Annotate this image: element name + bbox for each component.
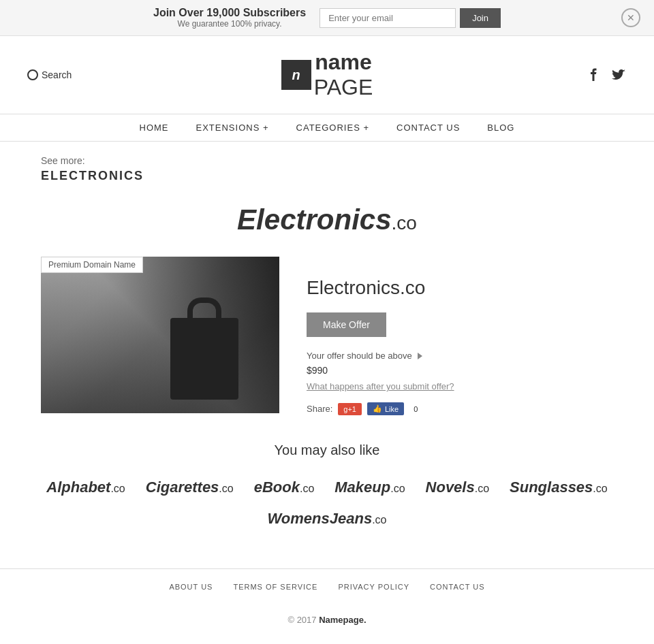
fb-thumb-icon: 👍 [373,404,382,413]
also-item-5[interactable]: Sunglasses.co [510,479,608,496]
footer-privacy[interactable]: PRIVACY POLICY [338,583,409,591]
main-nav: HOME EXTENSIONS + CATEGORIES + CONTACT U… [0,114,654,142]
also-item-0-word: Alphabet [46,479,110,496]
bag-handle [187,297,221,318]
what-happens-link[interactable]: What happens after you submit offer? [307,381,613,391]
also-item-3-word: Makeup [334,479,390,496]
domain-info: Electronics.co Make Offer Your offer sho… [307,257,613,415]
also-item-5-tld: .co [593,483,607,494]
facebook-icon[interactable] [586,67,602,83]
banner-text: Join Over 19,000 Subscribers We guarante… [153,7,306,29]
share-label: Share: [307,404,332,414]
nav-home[interactable]: HOME [140,123,169,133]
also-item-5-word: Sunglasses [510,479,593,496]
also-item-0[interactable]: Alphabet.co [46,479,125,496]
also-item-0-tld: .co [110,483,125,494]
social-icons [586,67,627,83]
domain-name-large: Electronics.co [307,277,613,299]
banner-headline: Join Over 19,000 Subscribers [153,7,306,19]
brand-link[interactable]: Namepage. [319,615,366,625]
also-item-3-tld: .co [390,483,405,494]
nav-extensions[interactable]: EXTENSIONS + [196,123,269,133]
bag-shape [170,318,238,400]
nav-blog[interactable]: BLOG [487,123,514,133]
join-button[interactable]: Join [460,8,501,28]
also-item-4-word: Novels [426,479,475,496]
footer-terms[interactable]: TERMS OF SERVICE [233,583,317,591]
main-content: See more: ELECTRONICS Electronics.co Pre… [0,142,654,541]
twitter-icon[interactable] [610,67,627,83]
banner-subtext: We guarantee 100% privacy. [153,19,306,29]
logo[interactable]: n name PAGE [281,50,373,100]
gplus-button[interactable]: g+1 [338,403,362,415]
domain-tld-hero: .co [392,212,417,234]
offer-price: $990 [307,365,613,376]
premium-badge: Premium Domain Name [41,257,143,273]
footer-about[interactable]: ABOUT US [169,583,213,591]
copyright-text: © 2017 [287,615,319,625]
offer-hint-text: Your offer should be above [307,351,412,361]
top-banner: Join Over 19,000 Subscribers We guarante… [0,0,654,36]
nav-categories[interactable]: CATEGORIES + [296,123,369,133]
facebook-like-button[interactable]: 👍 Like [367,402,404,415]
header: Search n name PAGE [0,36,654,114]
also-item-2-tld: .co [300,483,314,494]
domain-image [41,257,279,413]
also-item-1-word: Cigarettes [146,479,219,496]
nav-contact[interactable]: CONTACT US [396,123,460,133]
category-title: ELECTRONICS [41,169,613,183]
also-item-6-tld: .co [372,514,386,526]
arrow-right-icon [418,353,422,359]
also-item-2-word: eBook [254,479,300,496]
email-input[interactable] [320,8,456,28]
also-item-4-tld: .co [475,483,489,494]
share-row: Share: g+1 👍 Like 0 [307,402,613,415]
footer-copyright: © 2017 Namepage. [0,605,654,644]
make-offer-button[interactable]: Make Offer [307,312,386,337]
domain-hero: Electronics.co [41,204,613,236]
also-item-4[interactable]: Novels.co [426,479,490,496]
domain-detail: Premium Domain Name Electronics.co Make … [41,257,613,415]
also-item-6[interactable]: WomensJeans.co [268,510,387,528]
also-item-2[interactable]: eBook.co [254,479,315,496]
domain-hero-title: Electronics.co [41,204,613,236]
search-label: Search [42,69,72,80]
offer-hint: Your offer should be above [307,351,613,361]
also-item-1-tld: .co [219,483,233,494]
domain-image-container: Premium Domain Name [41,257,279,413]
logo-name-part: name [315,50,372,74]
close-banner-button[interactable]: ✕ [621,8,640,27]
see-more-label: See more: [41,155,613,166]
fb-count: 0 [409,404,422,415]
search-icon [27,69,38,80]
fb-like-text: Like [385,405,399,413]
logo-page-part: PAGE [314,75,373,99]
logo-text: name PAGE [314,50,373,100]
also-item-1[interactable]: Cigarettes.co [146,479,234,496]
also-like-title: You may also like [41,442,613,458]
also-like-section: You may also like Alphabet.co Cigarettes… [41,442,613,528]
logo-icon: n [281,60,311,90]
footer-links: ABOUT US TERMS OF SERVICE PRIVACY POLICY… [0,568,654,605]
search-link[interactable]: Search [27,69,72,80]
also-item-6-word: WomensJeans [268,510,373,527]
also-like-grid: Alphabet.co Cigarettes.co eBook.co Makeu… [41,479,613,528]
domain-image-overlay [41,257,279,413]
also-item-3[interactable]: Makeup.co [334,479,405,496]
domain-main-word: Electronics [237,204,391,236]
domain-image-inner [41,257,279,413]
footer-contact[interactable]: CONTACT US [430,583,485,591]
